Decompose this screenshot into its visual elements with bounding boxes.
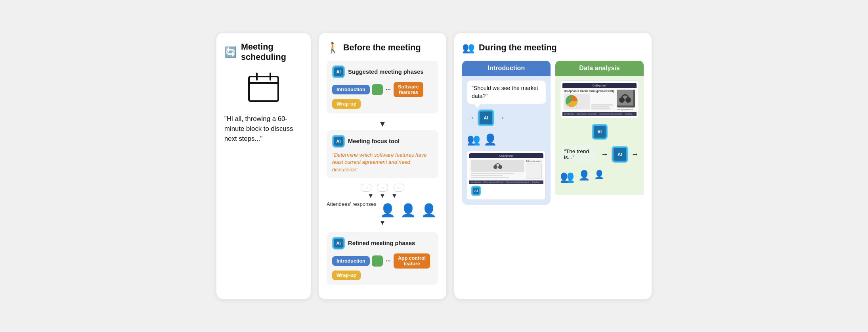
data-column: Data analysis CoExplorer Headphones mark… xyxy=(555,61,644,205)
card-meeting-scheduling: 🔄 Meeting scheduling "Hi all, throwing a… xyxy=(216,33,311,299)
during-person-2b: 👤 xyxy=(578,170,590,183)
during-grid: Introduction "Should we see the market d… xyxy=(462,61,644,205)
focus-tool-title: Meeting focus tool xyxy=(348,138,400,144)
intro-col-header: Introduction xyxy=(462,61,551,76)
ai-chip-data: AI xyxy=(592,124,608,140)
ai-chip-during-1: AI xyxy=(478,109,494,126)
ai-chip-data-wrap: AI xyxy=(560,124,639,140)
calendar-icon xyxy=(246,69,281,105)
speech-box-1: "Should we see the market data?" xyxy=(467,81,546,104)
calendar-icon-wrap xyxy=(224,69,303,105)
screen-mock-intro: CoExplorer xyxy=(467,151,546,200)
ai-chip-suggested: AI xyxy=(332,65,345,78)
svg-rect-0 xyxy=(249,77,278,101)
ai-arrow-row-1: → AI → xyxy=(467,109,546,126)
intro-col-body: "Should we see the market data?" → AI → … xyxy=(462,76,551,205)
card1-header: 🔄 Meeting scheduling xyxy=(224,42,303,62)
arrow-right-1: → xyxy=(467,113,474,122)
take-notes-label: Take your notes xyxy=(526,160,542,162)
svg-point-5 xyxy=(498,165,502,169)
text-line-3 xyxy=(471,177,509,178)
screen-app-name: CoExplorer xyxy=(469,153,543,158)
ai-chip-refined: AI xyxy=(332,237,345,249)
speech-bubbles-row: ··· ··· ··· xyxy=(327,184,438,192)
text-line-2 xyxy=(471,175,503,176)
person-icon-3: 👤 xyxy=(421,203,437,218)
screen-left-data: Headphones market share (product level) xyxy=(564,90,616,111)
tag-green-1 xyxy=(372,84,383,95)
tag-intro-1: Introduction xyxy=(332,85,370,94)
people-icons-row: 👤 👤 👤 xyxy=(380,203,437,218)
screen-right-data: Take your notes xyxy=(617,90,635,111)
refined-phase-tags: Introduction ··· App controlfeature Wrap… xyxy=(332,253,433,280)
legend-line-1 xyxy=(591,104,613,106)
trend-speech-row: "The trend is..." → AI → xyxy=(560,145,639,163)
tag-wrapup-2: Wrap-up xyxy=(332,271,361,280)
headphones-img-2 xyxy=(617,90,635,107)
focus-tool-box: AI Meeting focus tool "Determine which s… xyxy=(327,130,438,178)
walk-icon: 🚶 xyxy=(327,42,339,54)
during-person-1b: 👤 xyxy=(484,133,497,146)
card2-header: 🚶 Before the meeting xyxy=(327,42,438,54)
arrow-right-2: → xyxy=(497,113,505,122)
attendees-label: Attendees' responses xyxy=(327,201,377,207)
during-person-2c: 👤 xyxy=(594,170,604,183)
take-notes-2: Take your notes xyxy=(617,108,635,111)
legend-line-2 xyxy=(591,106,610,107)
chart-label: Headphones market share (product level) xyxy=(564,90,616,92)
data-col-header: Data analysis xyxy=(555,61,644,76)
headphones-svg-2 xyxy=(617,90,633,106)
card2-title: Before the meeting xyxy=(343,42,421,53)
bubble-2: ··· xyxy=(377,184,388,192)
scheduling-text: "Hi all, throwing a 60-minute block to d… xyxy=(224,114,303,144)
nav-bar: Introduction → Discussing App Control → … xyxy=(469,180,543,184)
chart-area xyxy=(564,94,616,109)
screen-inner-data: Headphones market share (product level) xyxy=(562,88,637,112)
during-person-1a: 👥 xyxy=(467,133,480,146)
person-icon-1: 👤 xyxy=(380,203,396,218)
svg-point-8 xyxy=(619,97,625,103)
nav-text-2: Introduction → Discussing App Control → … xyxy=(564,113,635,115)
screen-mock-data: CoExplorer Headphones market share (prod… xyxy=(560,81,639,118)
tag-intro-2: Introduction xyxy=(332,256,370,266)
group-icon: 👥 xyxy=(462,42,475,54)
card3-header: 👥 During the meeting xyxy=(462,42,644,54)
during-people-2: 👥 👤 👤 xyxy=(560,170,639,183)
refined-phases-title: Refined meeting phases xyxy=(348,240,415,246)
ai-chip-trend: AI xyxy=(612,146,628,163)
svg-point-9 xyxy=(625,97,631,103)
bubble-3: ··· xyxy=(394,184,404,192)
legend-line-3 xyxy=(591,108,611,109)
arrow-right-4: → xyxy=(631,150,639,159)
tag-dots-1: ··· xyxy=(385,86,392,93)
attendees-row: Attendees' responses 👤 👤 👤 xyxy=(327,201,438,218)
down-arrows-2: ▼ xyxy=(327,219,438,226)
card3-title: During the meeting xyxy=(479,42,557,53)
tag-software-features: Softwarefeatures xyxy=(394,82,423,97)
main-container: 🔄 Meeting scheduling "Hi all, throwing a… xyxy=(216,33,652,299)
tag-green-2 xyxy=(372,255,383,267)
suggested-phase-tags: Introduction ··· Softwarefeatures Wrap-u… xyxy=(332,82,433,109)
text-line-1 xyxy=(471,173,514,174)
intro-column: Introduction "Should we see the market d… xyxy=(462,61,551,205)
pie-area xyxy=(564,94,590,109)
notes-area xyxy=(526,163,542,179)
screen-app-name-2: CoExplorer xyxy=(562,83,637,88)
pie-chart-svg xyxy=(564,94,579,109)
card1-title: Meeting scheduling xyxy=(241,42,303,62)
card-during-meeting: 👥 During the meeting Introduction "Shoul… xyxy=(454,33,652,299)
focus-tool-text: "Determine which software features have … xyxy=(332,152,433,173)
nav-text: Introduction → Discussing App Control → … xyxy=(471,181,542,183)
suggested-phases-header: AI Suggested meeting phases xyxy=(332,65,433,78)
attendees-section: ··· ··· ··· ▼▼▼ Attendees' responses 👤 👤… xyxy=(327,184,438,226)
down-arrows-row: ▼▼▼ xyxy=(327,192,438,200)
bottom-ai-row: AI xyxy=(469,184,543,198)
focus-tool-header: AI Meeting focus tool xyxy=(332,135,433,148)
tag-dots-2: ··· xyxy=(385,257,392,265)
headphones-svg xyxy=(492,161,503,170)
suggested-phases-title: Suggested meeting phases xyxy=(348,69,424,75)
ai-chip-screen: AI xyxy=(471,186,481,196)
card-before-meeting: 🚶 Before the meeting AI Suggested meetin… xyxy=(318,33,447,299)
screen-right-2: Take your notes xyxy=(526,160,542,179)
headphones-img xyxy=(471,160,524,172)
